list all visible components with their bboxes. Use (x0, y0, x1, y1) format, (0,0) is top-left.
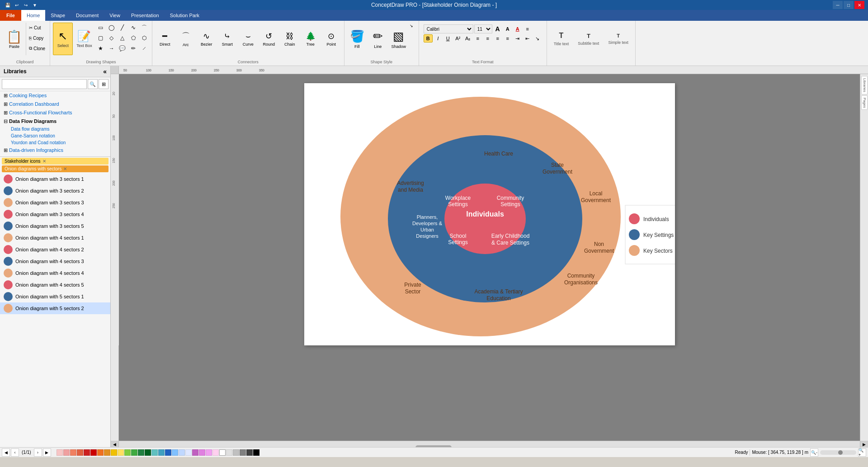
color-swatch-19[interactable] (179, 449, 185, 456)
list-item[interactable]: Onion diagram with 4 sectors 1 (0, 232, 110, 244)
color-swatch-21[interactable] (192, 449, 198, 456)
shape-freeform[interactable]: ✏ (128, 43, 138, 53)
menu-shape[interactable]: Shape (45, 10, 71, 21)
menu-presentation[interactable]: Presentation (126, 10, 165, 21)
qa-dropdown[interactable]: ▼ (31, 1, 39, 9)
align-right-btn[interactable]: ≡ (493, 34, 502, 42)
qa-save[interactable]: 💾 (4, 1, 12, 9)
shape-polyline[interactable]: ⟋ (139, 43, 149, 53)
library-search-button[interactable]: 🔍 (88, 79, 98, 89)
library-grid-button[interactable]: ⊞ (99, 79, 108, 89)
subtitle-text-button[interactable]: T Subtitle text (574, 23, 603, 55)
zoom-out-btn[interactable]: 🔍- (810, 448, 818, 457)
italic-button[interactable]: I (434, 34, 443, 42)
copy-button[interactable]: ⎘ Copy (27, 33, 47, 43)
library-search-input[interactable] (2, 79, 87, 89)
color-swatch-12[interactable] (131, 449, 137, 456)
shape-triangle[interactable]: △ (118, 33, 127, 43)
color-swatch-20[interactable] (185, 449, 192, 456)
color-swatch-4[interactable] (77, 449, 83, 456)
lib-link-data-flow[interactable]: Data flow diagrams (0, 126, 110, 132)
list-item[interactable]: Onion diagram with 4 sectors 3 (0, 255, 110, 267)
menu-file[interactable]: File (0, 10, 21, 21)
indent-btn[interactable]: ⇥ (513, 34, 522, 42)
shape-line[interactable]: ╱ (118, 23, 127, 33)
shape-arrow[interactable]: → (107, 43, 117, 53)
color-swatch-7[interactable] (97, 449, 104, 456)
zoom-in-btn[interactable]: 🔍+ (858, 448, 866, 457)
color-swatch-9[interactable] (111, 449, 117, 456)
lib-link-gane-sarson[interactable]: Gane-Sarson notation (0, 132, 110, 139)
h-scroll-thumb[interactable] (415, 445, 452, 448)
lib-cat-cooking[interactable]: ⊞ Cooking Recipes (0, 91, 110, 100)
fill-button[interactable]: 🪣 Fill (347, 23, 367, 55)
color-swatch-3[interactable] (70, 449, 76, 456)
list-item[interactable]: Onion diagram with 5 sectors 1 (0, 291, 110, 302)
select-button[interactable]: ↖ Select (53, 23, 73, 55)
nav-next-page-btn2[interactable]: ▶ (43, 448, 51, 457)
font-color-btn[interactable]: A (513, 25, 522, 33)
curve-connector-button[interactable]: ⌣ Curve (238, 23, 258, 55)
nav-prev-page-btn[interactable]: ◀ (2, 448, 10, 457)
color-swatch-5[interactable] (84, 449, 90, 456)
shape-pentagon[interactable]: ⬠ (128, 33, 138, 43)
libraries-expand-btn[interactable]: « (103, 68, 107, 75)
color-swatch-16[interactable] (158, 449, 165, 456)
outdent-btn[interactable]: ⇤ (523, 34, 532, 42)
simple-text-button[interactable]: T Simple text (604, 23, 632, 55)
round-connector-button[interactable]: ↺ Round (259, 23, 279, 55)
list-item[interactable]: Onion diagram with 4 sectors 4 (0, 267, 110, 279)
align-center-btn[interactable]: ≡ (483, 34, 492, 42)
smart-connector-button[interactable]: ⤷ Smart (217, 23, 237, 55)
color-swatch-lgray[interactable] (226, 449, 232, 456)
nav-prev-page-btn2[interactable]: ‹ (11, 448, 19, 457)
color-swatch-17[interactable] (165, 449, 171, 456)
color-swatch-13[interactable] (138, 449, 144, 456)
maximize-button[interactable]: □ (844, 1, 854, 9)
tag-onion-close[interactable]: ✕ (63, 166, 67, 171)
font-size-select[interactable]: 11 (474, 24, 492, 33)
qa-redo[interactable]: ↪ (22, 1, 30, 9)
tag-stakeholder-close[interactable]: ✕ (42, 159, 46, 164)
direct-connector-button[interactable]: ━ Direct (155, 23, 175, 55)
shape-rounded-rect[interactable]: ▢ (96, 33, 106, 43)
paste-button[interactable]: 📋 Paste (3, 23, 26, 55)
scroll-right-btn[interactable]: ▶ (860, 441, 868, 448)
zoom-thumb[interactable] (838, 450, 843, 455)
menu-document[interactable]: Document (71, 10, 104, 21)
list-item[interactable]: Onion diagram with 4 sectors 2 (0, 244, 110, 255)
canvas-wrapper[interactable]: Individuals Workplace Settings Community… (119, 74, 860, 441)
color-swatch-11[interactable] (124, 449, 131, 456)
shape-style-expand[interactable]: ↘ (410, 24, 416, 28)
subscript-button[interactable]: A₂ (463, 34, 472, 42)
scroll-left-btn[interactable]: ◀ (111, 441, 119, 448)
lib-link-yourdon[interactable]: Yourdon and Coad notation (0, 139, 110, 146)
color-swatch-18[interactable] (172, 449, 178, 456)
list-item[interactable]: Onion diagram with 3 sectors 4 (0, 208, 110, 220)
color-swatch-1[interactable] (57, 449, 63, 456)
list-item[interactable]: Onion diagram with 3 sectors 5 (0, 220, 110, 232)
shape-curve[interactable]: ∿ (128, 23, 138, 33)
clone-button[interactable]: ⧉ Clone (27, 43, 47, 53)
decrease-font-btn[interactable]: A (503, 25, 512, 33)
color-swatch-24[interactable] (212, 449, 219, 456)
color-swatch-white[interactable] (219, 449, 226, 456)
list-item[interactable]: Onion diagram with 4 sectors 5 (0, 279, 110, 291)
shape-arc[interactable]: ⌒ (139, 23, 149, 33)
shape-hexagon[interactable]: ⬡ (139, 33, 149, 43)
color-swatch-8[interactable] (104, 449, 110, 456)
list-item[interactable]: Onion diagram with 5 sectors 2 (0, 302, 110, 314)
shape-star[interactable]: ★ (96, 43, 106, 53)
tree-connector-button[interactable]: 🌲 Tree (301, 23, 321, 55)
title-text-button[interactable]: T Title text (550, 23, 573, 55)
menu-home[interactable]: Home (21, 10, 45, 21)
color-swatch-2[interactable] (63, 449, 70, 456)
color-swatch-23[interactable] (206, 449, 212, 456)
right-panel-libraries-btn[interactable]: Libraries (861, 76, 868, 94)
superscript-button[interactable]: A² (453, 34, 462, 42)
cut-button[interactable]: ✂ Cut (27, 23, 47, 33)
text-format-expand[interactable]: ↘ (533, 34, 542, 42)
chain-connector-button[interactable]: ⛓ Chain (280, 23, 300, 55)
minimize-button[interactable]: ─ (833, 1, 843, 9)
lib-cat-data-infographics[interactable]: ⊞ Data-driven Infographics (0, 146, 110, 155)
